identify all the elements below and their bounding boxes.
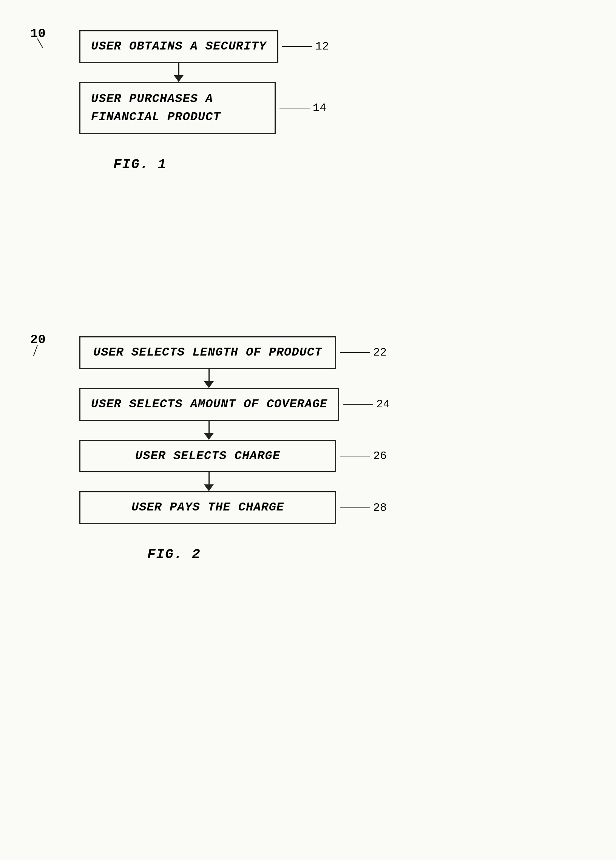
fig2-caption: FIG. 2 bbox=[147, 547, 390, 562]
fig2-arrow2 bbox=[79, 421, 339, 440]
fig2-ref24-connector: 24 bbox=[343, 398, 390, 411]
fig2-flow-container: USER SELECTS LENGTH OF PRODUCT 22 USER S… bbox=[79, 336, 390, 524]
fig2-arrow3 bbox=[79, 472, 339, 491]
fig1-flow-container: USER OBTAINS A SECURITY 12 USER PURCHASE… bbox=[79, 30, 329, 134]
figure-2-diagram: 20 USER SELECTS LENGTH OF PRODUCT 22 bbox=[30, 329, 390, 562]
fig1-arrow-connector bbox=[79, 63, 278, 82]
fig2-box1: USER SELECTS LENGTH OF PRODUCT bbox=[79, 336, 336, 369]
fig1-box1: USER OBTAINS A SECURITY bbox=[79, 30, 278, 63]
fig1-ref12-connector: 12 bbox=[282, 40, 329, 53]
fig2-box3: USER SELECTS CHARGE bbox=[79, 440, 336, 473]
fig2-ref26-label: 26 bbox=[373, 450, 387, 463]
fig2-arrow1 bbox=[79, 369, 339, 388]
fig2-box2: USER SELECTS AMOUNT OF COVERAGE bbox=[79, 388, 339, 421]
fig1-ref14-connector: 14 bbox=[279, 102, 326, 115]
fig2-box4: USER PAYS THE CHARGE bbox=[79, 491, 336, 524]
fig2-ref22-label: 22 bbox=[373, 346, 387, 359]
figure-1-diagram: 10 USER OBTAINS A SECURITY 12 bbox=[30, 23, 329, 172]
fig2-diagram-number: 20 bbox=[30, 333, 46, 347]
fig1-box2: USER PURCHASES AFINANCIAL PRODUCT bbox=[79, 82, 276, 134]
fig2-ref28-label: 28 bbox=[373, 501, 387, 514]
page: 10 USER OBTAINS A SECURITY 12 bbox=[0, 0, 616, 860]
fig2-ref28-connector: 28 bbox=[340, 501, 387, 514]
fig1-ref12-label: 12 bbox=[315, 40, 329, 53]
fig1-ref14-label: 14 bbox=[313, 102, 326, 115]
fig2-ref26-connector: 26 bbox=[340, 450, 387, 463]
fig1-caption: FIG. 1 bbox=[113, 157, 329, 172]
fig2-ref22-connector: 22 bbox=[340, 346, 387, 359]
fig2-ref24-label: 24 bbox=[376, 398, 390, 411]
